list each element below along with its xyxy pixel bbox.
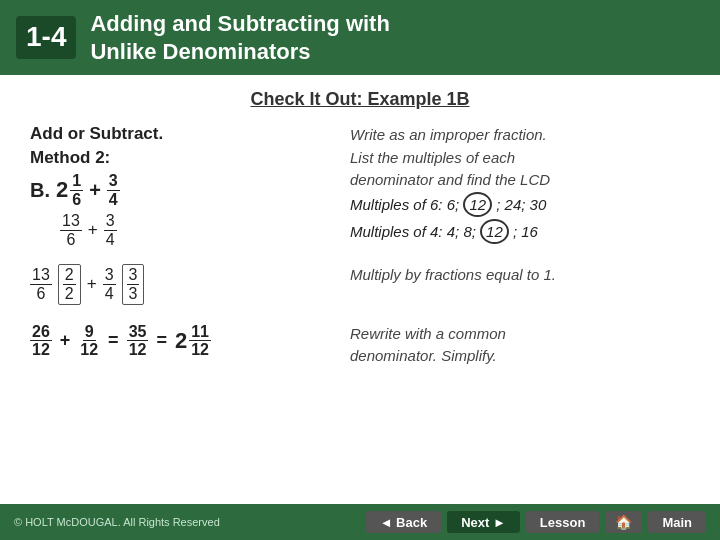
fraction-3-4-b: 3 4 [104,212,117,248]
circled-12-b: 12 [480,219,509,244]
multiply-expression: 13 6 2 2 + 3 4 [30,264,340,304]
step2-right-line1: List the multiples of each [350,147,690,170]
left-multiply: 13 6 2 2 + 3 4 [30,264,340,312]
header-title: Adding and Subtracting with Unlike Denom… [90,10,389,65]
result-right-line1: Rewrite with a common [350,323,690,346]
intro-row: Add or Subtract. Method 2: B. 2 1 6 + 3 … [30,124,690,254]
back-button[interactable]: ◄ Back [366,511,442,533]
section-title: Check It Out: Example 1B [30,89,690,110]
multiply-right: Multiply by fractions equal to 1. [350,264,690,287]
intro-line2: Method 2: [30,148,340,168]
multiples-6: Multiples of 6: 6; 12 ; 24; 30 [350,192,690,217]
footer: © HOLT McDOUGAL. All Rights Reserved ◄ B… [0,504,720,540]
problem-b-line: B. 2 1 6 + 3 4 [30,172,340,208]
box-2-2: 2 2 [58,264,81,304]
right-step1: Write as an improper fraction. List the … [340,124,690,246]
intro-line1: Add or Subtract. [30,124,340,144]
right-multiply: Multiply by fractions equal to 1. [340,264,690,287]
fraction-13-6: 13 6 [60,212,82,248]
step1-right: Write as an improper fraction. [350,124,690,147]
main-content: Check It Out: Example 1B Add or Subtract… [0,75,720,388]
frac-26-12: 26 12 [30,323,52,359]
result-right-line2: denominator. Simplify. [350,345,690,368]
fraction-3-4: 3 4 [107,172,120,208]
lesson-badge: 1-4 [16,16,76,59]
result-expression: 26 12 + 9 12 = 35 12 = 2 11 [30,323,340,359]
header: 1-4 Adding and Subtracting with Unlike D… [0,0,720,75]
mixed-number-1: 2 1 6 [56,172,83,208]
multiples-4: Multiples of 4: 4; 8; 12 ; 16 [350,219,690,244]
left-intro: Add or Subtract. Method 2: B. 2 1 6 + 3 … [30,124,340,254]
right-result: Rewrite with a common denominator. Simpl… [340,323,690,368]
problem-label: B. [30,179,50,202]
left-result: 26 12 + 9 12 = 35 12 = 2 11 [30,323,340,363]
copyright: © HOLT McDOUGAL. All Rights Reserved [14,516,220,528]
main-button[interactable]: Main [648,511,706,533]
result-row-outer: 26 12 + 9 12 = 35 12 = 2 11 [30,323,690,368]
frac-13-6-m: 13 6 [30,266,52,302]
multiply-row-outer: 13 6 2 2 + 3 4 [30,264,690,312]
result-mixed: 2 11 12 [175,323,211,359]
box-3-3: 3 3 [122,264,145,304]
step2-right-line2: denominator and find the LCD [350,169,690,192]
frac-35-12: 35 12 [127,323,149,359]
next-button[interactable]: Next ► [447,511,520,533]
sub-line-improper: 13 6 + 3 4 [60,212,340,248]
frac-3-4-m: 3 4 [103,266,116,302]
home-button[interactable]: 🏠 [605,511,642,533]
frac-9-12: 9 12 [78,323,100,359]
circled-12-a: 12 [463,192,492,217]
footer-buttons: ◄ Back Next ► Lesson 🏠 Main [366,511,706,533]
lesson-button[interactable]: Lesson [526,511,600,533]
